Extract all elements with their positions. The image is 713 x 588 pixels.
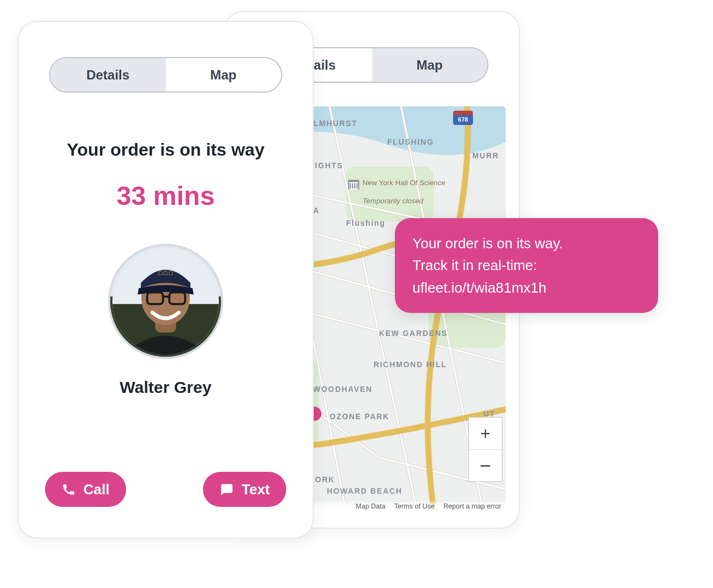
map-label: OZONE PARK: [330, 412, 389, 421]
map-label: KEW GARDENS: [379, 329, 448, 338]
phone-icon: [61, 482, 76, 496]
route-shield-i678: 678: [453, 111, 473, 125]
svg-rect-20: [354, 183, 355, 189]
svg-rect-19: [352, 183, 353, 189]
eta-value: 33 mins: [19, 181, 313, 211]
map-label: WOODHAVEN: [313, 385, 372, 393]
map-attrib-terms[interactable]: Terms of Use: [394, 503, 435, 510]
sms-notification-bubble: Your order is on its way. Track it in re…: [395, 218, 658, 313]
segmented-control-details-card: Details Map: [49, 57, 282, 93]
stage: Details Map: [0, 0, 713, 588]
map-label: MURR: [472, 151, 499, 160]
driver-avatar: ⌂⌂⌂: [108, 244, 223, 359]
map-label: RICHMOND HILL: [374, 360, 447, 369]
tab-details[interactable]: Details: [50, 58, 166, 92]
map-label: Flushing: [346, 219, 386, 227]
map-attrib-mapdata[interactable]: Map Data: [356, 503, 386, 510]
map-attrib-report[interactable]: Report a map error: [443, 503, 501, 510]
map-label: HOWARD BEACH: [327, 487, 403, 495]
driver-name: Walter Grey: [19, 378, 313, 397]
zoom-out-button[interactable]: −: [469, 449, 502, 481]
order-status-heading: Your order is on its way: [19, 140, 313, 160]
tab-map[interactable]: Map: [372, 48, 488, 82]
tab-map-label: Map: [416, 58, 443, 73]
sms-line-1: Your order is on its way.: [412, 235, 563, 252]
svg-text:678: 678: [458, 116, 468, 123]
text-button-label: Text: [241, 481, 270, 498]
svg-text:⌂⌂⌂: ⌂⌂⌂: [158, 267, 173, 277]
call-button[interactable]: Call: [45, 472, 126, 507]
zoom-in-button[interactable]: +: [469, 418, 502, 449]
sms-line-2: Track it in real-time:: [412, 257, 537, 273]
call-button-label: Call: [83, 481, 110, 498]
svg-text:New York Hall Of Science: New York Hall Of Science: [363, 179, 445, 187]
map-label: FLUSHING: [387, 138, 434, 146]
text-button[interactable]: Text: [203, 472, 286, 507]
action-row: Call Text: [19, 472, 313, 507]
svg-rect-21: [356, 183, 358, 189]
map-zoom-controls: + −: [468, 417, 502, 482]
svg-rect-18: [350, 183, 351, 189]
svg-text:Temporarily closed: Temporarily closed: [363, 197, 424, 205]
tab-map[interactable]: Map: [166, 58, 281, 92]
sms-link: ufleet.io/t/wia81mx1h: [412, 279, 546, 296]
chat-icon: [219, 482, 234, 496]
phone-details-card: Details Map Your order is on its way 33 …: [18, 21, 314, 539]
tab-map-label: Map: [210, 67, 236, 83]
tab-details-label: Details: [86, 67, 129, 83]
